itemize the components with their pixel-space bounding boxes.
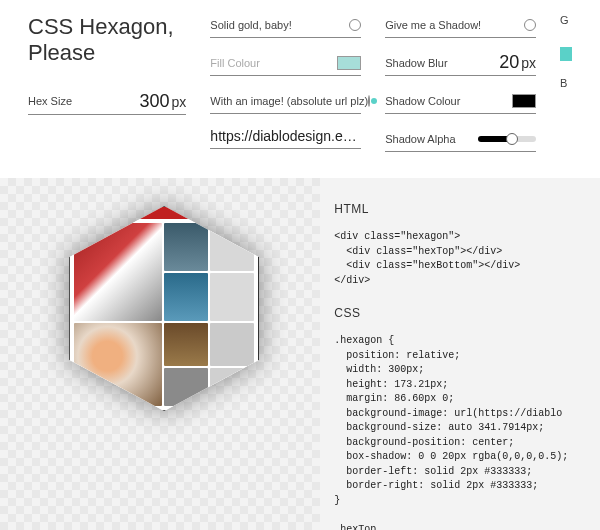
hexagon-preview (69, 206, 259, 411)
hex-size-label: Hex Size (28, 95, 72, 107)
fill-colour-field[interactable]: Fill Colour (210, 52, 361, 76)
fill-colour-swatch[interactable] (337, 56, 361, 70)
shadow-blur-field[interactable]: Shadow Blur 20px (385, 52, 536, 76)
code-output-pane: HTML <div class="hexagon"> <div class="h… (320, 178, 600, 530)
header-controls: CSS Hexagon, Please Hex Size 300px Solid… (0, 0, 600, 178)
shadow-alpha-slider[interactable] (478, 136, 536, 142)
edge-g-label: G (560, 14, 572, 26)
main-area: HTML <div class="hexagon"> <div class="h… (0, 178, 600, 530)
with-image-toggle[interactable]: With an image! (absolute url plz) (210, 90, 361, 114)
edge-swatch[interactable] (560, 47, 572, 61)
html-code-block[interactable]: <div class="hexagon"> <div class="hexTop… (334, 230, 600, 288)
preview-pane (0, 178, 320, 530)
radio-icon (368, 95, 370, 107)
shadow-alpha-field[interactable]: Shadow Alpha (385, 128, 536, 152)
html-heading: HTML (334, 202, 600, 216)
app-title: CSS Hexagon, Please (28, 14, 186, 67)
shadow-colour-swatch[interactable] (512, 94, 536, 108)
edge-b-label: B (560, 77, 572, 89)
radio-icon (524, 19, 536, 31)
hex-size-field[interactable]: Hex Size 300px (28, 91, 186, 115)
image-url-input[interactable] (210, 128, 361, 144)
shadow-enable-toggle[interactable]: Give me a Shadow! (385, 14, 536, 38)
radio-icon (349, 19, 361, 31)
hex-size-value: 300 (140, 91, 170, 111)
css-heading: CSS (334, 306, 600, 320)
css-code-block[interactable]: .hexagon { position: relative; width: 30… (334, 334, 600, 530)
shadow-colour-field[interactable]: Shadow Colour (385, 90, 536, 114)
solid-gold-toggle[interactable]: Solid gold, baby! (210, 14, 361, 38)
